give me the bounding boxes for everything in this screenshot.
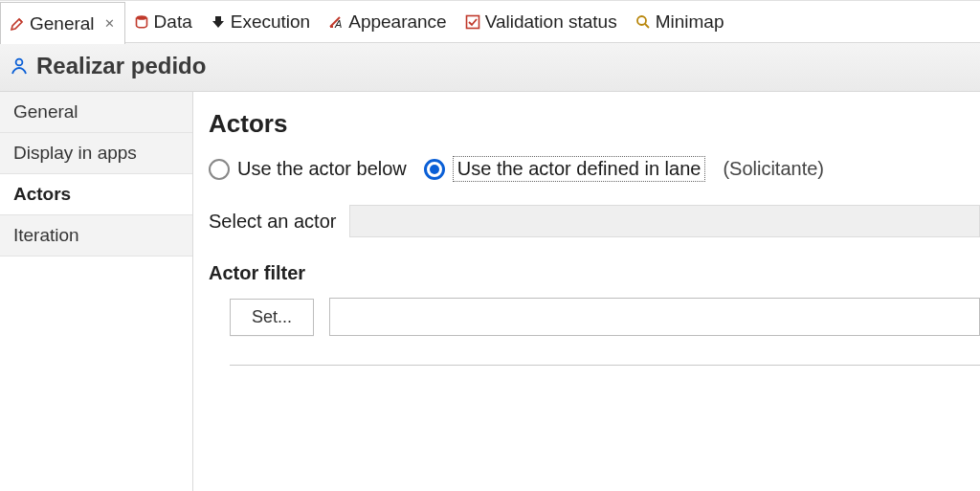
- appearance-icon: A: [327, 13, 345, 31]
- lane-name: (Solicitante): [723, 158, 824, 180]
- svg-point-4: [16, 59, 23, 66]
- magnifier-icon: [635, 13, 652, 31]
- set-filter-button[interactable]: Set...: [230, 299, 314, 336]
- person-icon: [10, 56, 29, 76]
- radio-circle-icon: [209, 159, 230, 180]
- top-tabs-bar: General ✕ Data Execution A Appearance: [0, 1, 980, 43]
- actor-source-radio-group: Use the actor below Use the actor define…: [209, 156, 980, 182]
- side-nav: General Display in apps Actors Iteration: [0, 92, 193, 491]
- actor-filter-input[interactable]: [329, 298, 980, 336]
- tab-label: General: [30, 13, 95, 34]
- radio-label: Use the actor defined in lane: [453, 156, 706, 182]
- side-item-display-in-apps[interactable]: Display in apps: [0, 133, 192, 174]
- radio-use-actor-in-lane[interactable]: Use the actor defined in lane: [424, 156, 706, 182]
- tab-label: Minimap: [656, 11, 724, 33]
- check-icon: [464, 13, 481, 31]
- body: General Display in apps Actors Iteration…: [0, 92, 980, 491]
- side-item-label: Iteration: [13, 225, 79, 245]
- panel-heading: Actors: [209, 109, 980, 139]
- svg-text:A: A: [334, 18, 342, 30]
- select-actor-row: Select an actor: [209, 205, 980, 237]
- actors-panel: Actors Use the actor below Use the actor…: [193, 92, 980, 491]
- tab-label: Data: [154, 11, 192, 33]
- actor-filter-row: Set...: [209, 298, 980, 336]
- pencil-icon: [9, 15, 26, 33]
- radio-circle-icon: [424, 159, 445, 180]
- actor-filter-label: Actor filter: [209, 262, 980, 284]
- tab-label: Validation status: [485, 11, 617, 33]
- properties-window: General ✕ Data Execution A Appearance: [0, 0, 980, 491]
- side-item-label: Display in apps: [13, 143, 137, 163]
- select-actor-label: Select an actor: [209, 211, 336, 233]
- side-item-general[interactable]: General: [0, 92, 192, 133]
- subject-title: Realizar pedido: [36, 53, 206, 79]
- svg-rect-2: [466, 15, 479, 28]
- tab-label: Execution: [231, 11, 310, 33]
- divider: [230, 365, 980, 366]
- tab-appearance[interactable]: A Appearance: [320, 1, 456, 42]
- svg-point-3: [637, 16, 646, 25]
- side-item-label: General: [13, 101, 78, 122]
- svg-point-0: [136, 15, 146, 20]
- tab-general[interactable]: General ✕: [0, 2, 125, 44]
- select-actor-combo[interactable]: [349, 205, 980, 237]
- exec-icon: [210, 13, 227, 31]
- tab-data[interactable]: Data: [125, 1, 202, 42]
- subject-bar: Realizar pedido: [0, 43, 980, 92]
- radio-label: Use the actor below: [237, 158, 407, 180]
- tab-label: Appearance: [348, 11, 446, 33]
- tab-minimap[interactable]: Minimap: [627, 1, 734, 42]
- side-item-label: Actors: [13, 184, 71, 204]
- close-icon[interactable]: ✕: [104, 16, 115, 31]
- database-icon: [133, 13, 150, 31]
- side-item-actors[interactable]: Actors: [0, 174, 192, 215]
- tab-execution[interactable]: Execution: [202, 1, 320, 42]
- side-item-iteration[interactable]: Iteration: [0, 215, 192, 257]
- radio-use-actor-below[interactable]: Use the actor below: [209, 158, 407, 180]
- tab-validation-status[interactable]: Validation status: [457, 1, 627, 42]
